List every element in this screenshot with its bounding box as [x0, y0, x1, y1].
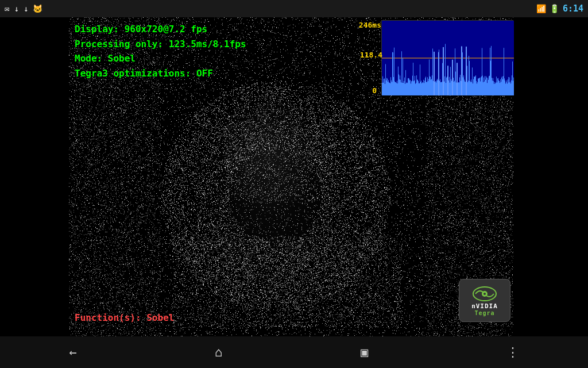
performance-graph — [381, 20, 513, 95]
email-icon: ✉ — [5, 4, 9, 13]
status-bar-right: 📶 🔋 6:14 — [536, 3, 583, 14]
back-button[interactable]: ← — [69, 345, 76, 359]
nvidia-logo: nVIDIA Tegra — [459, 279, 510, 322]
download2-icon: ↓ — [24, 4, 28, 13]
function-label: Function(s): Sobel — [75, 312, 174, 323]
battery-icon: 🔋 — [550, 4, 559, 13]
menu-button[interactable]: ⋮ — [506, 345, 519, 359]
stats-overlay: Display: 960x720@7.2 fps Processing only… — [75, 22, 246, 80]
download-icon: ↓ — [14, 4, 18, 13]
status-bar: ✉ ↓ ↓ 🐱 📶 🔋 6:14 — [0, 0, 588, 17]
graph-canvas — [382, 21, 514, 95]
display-stat: Display: 960x720@7.2 fps — [75, 22, 246, 37]
graph-label-mid: 118.4 — [360, 51, 382, 59]
status-bar-left: ✉ ↓ ↓ 🐱 — [5, 4, 42, 13]
graph-label-top: 246ms — [359, 21, 381, 29]
cat-icon: 🐱 — [33, 4, 42, 13]
graph-label-bot: 0 — [372, 86, 377, 95]
tegra-text: Tegra — [474, 310, 494, 316]
svg-point-2 — [483, 293, 486, 295]
mode-stat: Mode: Sobel — [75, 51, 246, 66]
clock: 6:14 — [563, 3, 583, 14]
home-button[interactable]: ⌂ — [215, 345, 222, 359]
wifi-icon: 📶 — [536, 4, 546, 13]
nvidia-text: nVIDIA — [471, 302, 498, 310]
nvidia-eye-icon — [470, 285, 499, 302]
nav-bar: ← ⌂ ▣ ⋮ — [0, 336, 588, 368]
tegra-stat: Tegra3 optimizations: OFF — [75, 66, 246, 81]
left-panel — [0, 17, 69, 342]
processing-stat: Processing only: 123.5ms/8.1fps — [75, 37, 246, 52]
recents-button[interactable]: ▣ — [361, 345, 368, 359]
right-panel — [513, 17, 588, 342]
